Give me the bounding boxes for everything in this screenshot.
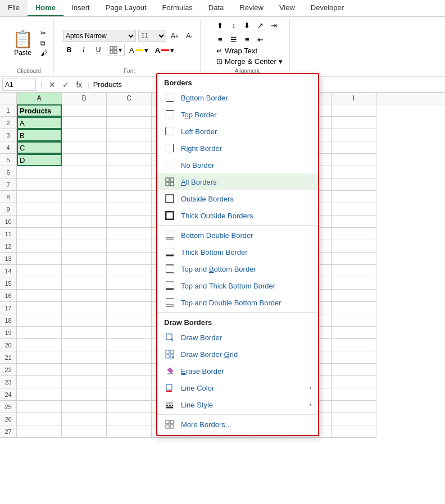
cell-a9[interactable] [17,203,62,216]
angle-text-button[interactable]: ↗ [255,19,267,31]
cell-c11[interactable] [107,228,152,240]
cell-i18[interactable] [332,314,376,327]
top-border-item[interactable]: Top Border [157,106,318,123]
cell-a6[interactable] [17,166,62,178]
align-top-button[interactable]: ⬆ [214,19,226,31]
align-left-button[interactable]: ≡ [214,33,226,45]
row-header-27[interactable]: 27 [0,425,17,438]
line-color-item[interactable]: Line Color › [157,379,318,396]
col-header-i[interactable]: I [332,93,376,104]
cell-i3[interactable] [332,129,376,141]
cell-i5[interactable] [332,154,376,166]
cell-c20[interactable] [107,339,152,351]
erase-border-item[interactable]: Erase Border [157,363,318,379]
cell-c23[interactable] [107,376,152,388]
col-header-b[interactable]: B [62,93,107,104]
cell-i20[interactable] [332,339,376,351]
wrap-text-button[interactable]: ↵ Wrap Text [214,45,285,56]
row-header-6[interactable]: 6 [0,166,17,178]
cell-c24[interactable] [107,388,152,401]
cell-b1[interactable] [62,104,107,117]
cell-b16[interactable] [62,290,107,302]
cell-a11[interactable] [17,228,62,240]
cell-c2[interactable] [107,117,152,129]
decrease-indent-button[interactable]: ⇤ [255,33,267,45]
cell-i17[interactable] [332,302,376,314]
row-header-4[interactable]: 4 [0,141,17,154]
cell-i4[interactable] [332,141,376,154]
cell-i16[interactable] [332,290,376,302]
cell-i19[interactable] [332,327,376,339]
cell-b12[interactable] [62,240,107,253]
row-header-17[interactable]: 17 [0,302,17,314]
cell-c16[interactable] [107,290,152,302]
cell-b11[interactable] [62,228,107,240]
increase-font-button[interactable]: A+ [169,30,181,42]
cell-b15[interactable] [62,277,107,290]
cell-i26[interactable] [332,413,376,425]
insert-function-icon[interactable]: fx [74,80,84,90]
align-bottom-button[interactable]: ⬇ [241,19,253,31]
cell-i8[interactable] [332,191,376,203]
font-color-button[interactable]: A ▾ [153,45,176,56]
row-header-24[interactable]: 24 [0,388,17,401]
tab-data[interactable]: Data [201,0,231,16]
cell-b18[interactable] [62,314,107,327]
cell-b20[interactable] [62,339,107,351]
cell-a3[interactable]: B [17,129,62,141]
cell-c22[interactable] [107,364,152,376]
align-middle-button[interactable]: ↕ [228,19,240,31]
bottom-border-item[interactable]: Bottom Border [157,89,318,106]
cell-c26[interactable] [107,413,152,425]
row-header-11[interactable]: 11 [0,228,17,240]
cell-c25[interactable] [107,401,152,413]
all-borders-item[interactable]: All Borders [157,173,318,190]
outside-borders-item[interactable]: Outside Borders [157,190,318,207]
cell-c1[interactable] [107,104,152,117]
fill-color-button[interactable]: A ▾ [127,45,151,56]
row-header-20[interactable]: 20 [0,339,17,351]
cell-i15[interactable] [332,277,376,290]
cell-c13[interactable] [107,253,152,265]
more-borders-item[interactable]: More Borders... [157,416,318,433]
font-name-select[interactable]: Aptos Narrow [63,30,136,42]
draw-border-grid-item[interactable]: Draw Border Grid [157,346,318,363]
cell-c27[interactable] [107,425,152,438]
cell-a22[interactable] [17,364,62,376]
cell-a19[interactable] [17,327,62,339]
row-header-3[interactable]: 3 [0,129,17,141]
tab-formulas[interactable]: Formulas [155,0,201,16]
row-header-23[interactable]: 23 [0,376,17,388]
cell-b26[interactable] [62,413,107,425]
row-header-25[interactable]: 25 [0,401,17,413]
cell-reference-input[interactable] [2,79,36,91]
cell-a24[interactable] [17,388,62,401]
cancel-formula-icon[interactable]: ✕ [47,80,58,90]
row-header-26[interactable]: 26 [0,413,17,425]
row-header-22[interactable]: 22 [0,364,17,376]
cell-a1[interactable]: Products [17,104,62,117]
cell-b14[interactable] [62,265,107,277]
cell-i12[interactable] [332,240,376,253]
underline-button[interactable]: U [92,44,105,56]
cell-c8[interactable] [107,191,152,203]
row-header-9[interactable]: 9 [0,203,17,216]
cell-a17[interactable] [17,302,62,314]
cell-c15[interactable] [107,277,152,290]
merge-center-button[interactable]: ⊡ Merge & Center ▾ [214,56,285,67]
align-right-button[interactable]: ≡ [241,33,253,45]
cell-c19[interactable] [107,327,152,339]
left-border-item[interactable]: Left Border [157,123,318,140]
row-header-2[interactable]: 2 [0,117,17,129]
cell-i25[interactable] [332,401,376,413]
cell-b2[interactable] [62,117,107,129]
tab-home[interactable]: Home [28,0,63,16]
cell-a15[interactable] [17,277,62,290]
row-header-15[interactable]: 15 [0,277,17,290]
cell-c18[interactable] [107,314,152,327]
cell-i9[interactable] [332,203,376,216]
cell-i14[interactable] [332,265,376,277]
decrease-font-button[interactable]: A- [183,30,196,42]
no-border-item[interactable]: No Border [157,157,318,173]
cell-c21[interactable] [107,351,152,364]
